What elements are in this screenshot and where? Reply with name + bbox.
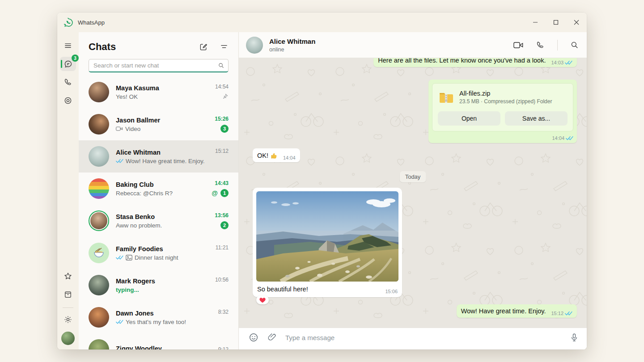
avatar	[90, 212, 107, 229]
pin-icon	[221, 93, 229, 100]
whatsapp-window: WhatsApp 3	[57, 13, 587, 349]
star-icon	[64, 272, 72, 281]
search-icon	[218, 62, 225, 69]
whatsapp-logo-icon	[64, 18, 73, 27]
conversation-status: online	[269, 46, 315, 53]
calls-icon	[64, 78, 72, 87]
profile-avatar[interactable]	[61, 332, 75, 345]
message-incoming-text: OK! 14:04	[253, 148, 300, 162]
chat-list-item-family-foodies[interactable]: Family Foodies Dinner last night 11:21	[79, 237, 238, 269]
avatar	[89, 275, 109, 295]
filter-icon[interactable]	[220, 42, 229, 51]
menu-button[interactable]	[60, 38, 76, 53]
close-button[interactable]	[566, 13, 587, 32]
minimize-button[interactable]	[525, 13, 546, 32]
chat-list-item-jason[interactable]: Jason Ballmer Video 15:26 3	[79, 108, 238, 140]
read-ticks-icon	[116, 159, 123, 164]
heart-reaction[interactable]	[256, 295, 269, 304]
video-call-icon[interactable]	[513, 42, 523, 49]
save-as-button[interactable]: Save as...	[505, 111, 568, 126]
rail-divider	[63, 307, 73, 308]
avatar	[89, 82, 109, 102]
navigation-rail: 3	[57, 32, 79, 349]
mic-icon[interactable]	[570, 333, 579, 342]
open-file-button[interactable]: Open	[438, 111, 500, 126]
conversation-avatar[interactable]	[246, 37, 263, 54]
read-ticks-icon	[116, 320, 123, 324]
search-chat-icon[interactable]	[570, 41, 579, 49]
maximize-button[interactable]	[546, 13, 566, 32]
message-composer	[239, 328, 587, 349]
day-divider: Today	[400, 171, 426, 182]
voice-call-icon[interactable]	[536, 41, 545, 50]
window-title: WhatsApp	[78, 19, 105, 26]
avatar	[89, 307, 109, 328]
chat-list: Maya Kasuma Yes! OK 14:54 Jason Ballmer	[79, 76, 238, 349]
zip-file-icon	[438, 89, 454, 105]
chat-list-item-ziggy[interactable]: Ziggy Woodley 9:12	[79, 333, 238, 349]
thumbs-up-emoji	[270, 152, 278, 160]
photo-icon	[126, 255, 132, 261]
message-outgoing-file: All-files.zip 23.5 MB · Compressed (zipp…	[428, 80, 577, 143]
chat-list-item-mark[interactable]: Mark Rogers typing... 10:56	[79, 269, 238, 301]
message-outgoing-text: Here are all the files. Let me know once…	[373, 58, 577, 67]
message-area[interactable]: Here are all the files. Let me know once…	[239, 58, 587, 328]
avatar	[89, 146, 109, 167]
unread-badge: 1	[220, 189, 229, 197]
new-chat-icon[interactable]	[199, 42, 208, 51]
avatar	[89, 178, 109, 199]
read-ticks-icon	[566, 136, 573, 141]
conversation-name: Alice Whitman	[269, 38, 315, 45]
conversation-pane: Alice Whitman online	[239, 32, 587, 349]
chat-list-item-stasa[interactable]: Stasa Benko Aww no problem. 13:56 2	[79, 205, 238, 237]
active-indicator	[61, 60, 62, 68]
chat-list-item-dawn[interactable]: Dawn Jones Yes that's my fave too! 8:32	[79, 301, 238, 333]
message-outgoing-text: Wow! Have great time. Enjoy. 15:12	[457, 304, 577, 318]
nav-archived-button[interactable]	[60, 287, 76, 302]
message-input[interactable]	[285, 334, 561, 341]
read-ticks-icon	[565, 311, 572, 316]
file-name: All-files.zip	[459, 90, 552, 97]
chats-icon	[64, 59, 73, 69]
search-input[interactable]	[89, 59, 229, 72]
nav-starred-button[interactable]	[60, 269, 76, 283]
attach-icon[interactable]	[267, 333, 276, 342]
mention-symbol: @	[212, 190, 218, 196]
header-divider	[557, 40, 558, 51]
chat-list-item-maya[interactable]: Maya Kasuma Yes! OK 14:54	[79, 76, 238, 108]
title-bar: WhatsApp	[57, 13, 587, 32]
nav-calls-button[interactable]	[60, 75, 76, 89]
chat-list-item-baking-club[interactable]: Baking Club Rebecca: @Chris R? 14:43 @ 1	[79, 173, 238, 205]
nav-settings-button[interactable]	[60, 312, 76, 327]
chat-list-item-alice[interactable]: Alice Whitman Wow! Have great time. Enjo…	[79, 140, 238, 173]
chats-panel: Chats	[79, 32, 239, 349]
image-caption: So beautiful here!	[257, 286, 308, 293]
avatar	[89, 339, 109, 349]
conversation-header[interactable]: Alice Whitman online	[239, 32, 587, 58]
emoji-icon[interactable]	[249, 333, 258, 342]
photo-mountain-landscape[interactable]	[256, 191, 398, 282]
nav-status-button[interactable]	[60, 93, 76, 108]
file-meta: 23.5 MB · Compressed (zipped) Folder	[459, 98, 552, 105]
video-icon	[116, 126, 123, 131]
archive-icon	[64, 290, 72, 299]
unread-badge: 2	[220, 221, 229, 229]
avatar	[89, 114, 109, 135]
chats-title: Chats	[89, 41, 116, 53]
status-icon	[64, 96, 72, 105]
unread-badge: 3	[220, 125, 229, 133]
chats-unread-badge: 3	[72, 55, 79, 62]
avatar	[89, 243, 109, 263]
settings-gear-icon	[64, 315, 72, 324]
status-ring	[89, 210, 109, 231]
read-ticks-icon	[116, 255, 123, 260]
message-incoming-image: So beautiful here! 15:06	[253, 188, 402, 297]
read-ticks-icon	[565, 60, 572, 65]
nav-chats-button[interactable]: 3	[60, 57, 76, 71]
